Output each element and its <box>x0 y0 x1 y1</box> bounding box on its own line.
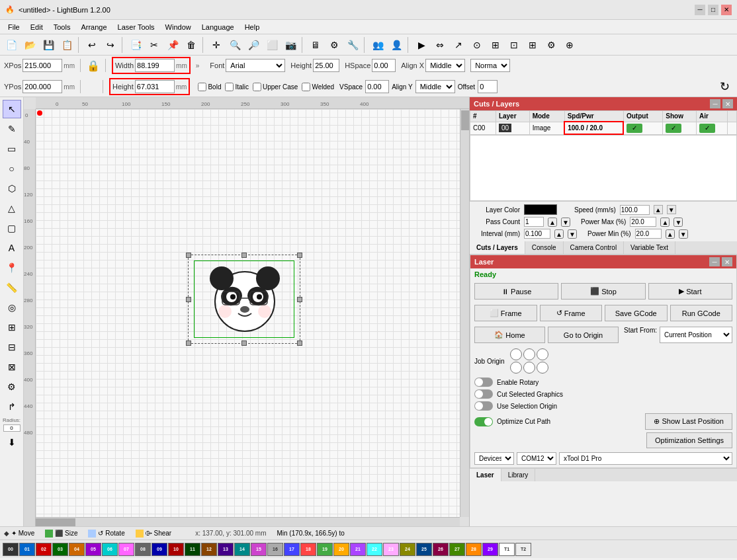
color-chip-01[interactable]: 01 <box>19 543 35 556</box>
select-tool[interactable]: ↖ <box>3 100 21 118</box>
font-select[interactable]: Arial <box>226 59 285 72</box>
power-min-input[interactable] <box>635 229 662 239</box>
tab-cuts-layers[interactable]: Cuts / Layers <box>470 241 525 254</box>
edit-node-tool[interactable]: ✎ <box>3 120 21 138</box>
color-chip-00[interactable]: 00 <box>3 543 19 556</box>
color-chip-T1[interactable]: T1 <box>499 543 515 556</box>
color-chip-25[interactable]: 25 <box>416 543 432 556</box>
bold-checkbox[interactable]: Bold <box>198 83 221 91</box>
optimize-toggle[interactable] <box>474 417 493 426</box>
canvas-area[interactable]: 0 50 100 150 200 250 300 350 400 0 40 80… <box>24 97 469 526</box>
tab-library[interactable]: Library <box>501 469 536 481</box>
pmax-down[interactable]: ▼ <box>673 218 683 227</box>
circle-tool[interactable]: ○ <box>3 159 21 178</box>
color-chip-26[interactable]: 26 <box>433 543 449 556</box>
interval-down[interactable]: ▼ <box>568 229 577 239</box>
color-chip-24[interactable]: 24 <box>400 543 415 556</box>
radius-input[interactable] <box>3 424 21 432</box>
menu-laser-tools[interactable]: Laser Tools <box>112 22 160 32</box>
run-gcode-button[interactable]: Run GCode <box>670 305 733 321</box>
color-chip-05[interactable]: 05 <box>85 543 101 556</box>
go-to-origin-button[interactable]: Go to Origin <box>548 327 619 343</box>
handle-bl[interactable] <box>186 340 191 346</box>
monitor-button[interactable]: 🖥 <box>307 36 324 54</box>
color-chip-15[interactable]: 15 <box>251 543 267 556</box>
menu-file[interactable]: File <box>3 22 25 32</box>
height-input[interactable] <box>135 80 175 93</box>
user-button[interactable]: 👤 <box>388 36 405 54</box>
cut-button[interactable]: ✂ <box>146 36 163 54</box>
align-button[interactable]: ⊞ <box>487 36 504 54</box>
menu-arrange[interactable]: Arrange <box>75 22 112 32</box>
menu-window[interactable]: Window <box>160 22 196 32</box>
hspace-input[interactable] <box>372 59 396 72</box>
vspace-input[interactable] <box>365 80 389 93</box>
extra-button[interactable]: ⊕ <box>561 36 578 54</box>
mirror-button[interactable]: ⇔ <box>431 36 449 54</box>
job-origin-r1c1[interactable] <box>510 348 522 360</box>
start-button[interactable]: ▶ Start <box>648 283 732 300</box>
rounded-rect-tool[interactable]: ▢ <box>3 219 21 237</box>
cuts-minimize-btn[interactable]: ─ <box>710 99 720 108</box>
row-show[interactable]: ✓ <box>663 122 697 134</box>
more-tool[interactable]: ⬇ <box>3 433 21 452</box>
handle-bm[interactable] <box>241 340 247 346</box>
job-origin-r1c3[interactable] <box>537 348 548 360</box>
menu-edit[interactable]: Edit <box>25 22 48 32</box>
color-chip-09[interactable]: 09 <box>152 543 167 556</box>
italic-checkbox[interactable]: Italic <box>225 83 249 91</box>
layer-color-picker[interactable] <box>524 204 557 215</box>
cut-selected-toggle[interactable] <box>474 389 493 399</box>
pmax-up[interactable]: ▲ <box>660 218 670 227</box>
handle-tl[interactable] <box>186 253 191 258</box>
expand-icon[interactable]: » <box>196 62 200 69</box>
show-last-pos-button[interactable]: ⊕ Show Last Position <box>645 413 732 430</box>
color-chip-29[interactable]: 29 <box>482 543 498 556</box>
speed-down-btn[interactable]: ▼ <box>667 205 676 214</box>
pmin-up[interactable]: ▲ <box>666 229 675 239</box>
pass-up[interactable]: ▲ <box>548 218 557 227</box>
enable-rotary-toggle[interactable] <box>474 378 493 387</box>
arrow-tool[interactable]: ↱ <box>3 397 21 416</box>
handle-mr[interactable] <box>297 297 302 302</box>
maximize-button[interactable]: □ <box>708 5 718 15</box>
scrollbar-horizontal[interactable] <box>36 517 460 526</box>
interval-input[interactable] <box>524 229 550 239</box>
color-chip-06[interactable]: 06 <box>102 543 118 556</box>
speed-up-btn[interactable]: ▲ <box>654 205 663 214</box>
handle-br[interactable] <box>297 340 302 346</box>
color-chip-19[interactable]: 19 <box>317 543 333 556</box>
job-origin-r2c1[interactable] <box>510 362 522 374</box>
offset-input[interactable] <box>478 80 498 93</box>
pass-count-input[interactable] <box>524 217 544 227</box>
ring-tool[interactable]: ◎ <box>3 298 21 317</box>
color-chip-17[interactable]: 17 <box>284 543 300 556</box>
menu-tools[interactable]: Tools <box>48 22 76 32</box>
pmin-down[interactable]: ▼ <box>679 229 688 239</box>
zoom-in-button[interactable]: 🔍 <box>226 36 243 54</box>
triangle-tool[interactable]: △ <box>3 199 21 218</box>
open-button[interactable]: 📂 <box>21 36 38 54</box>
xpos-input[interactable] <box>22 59 62 72</box>
width-input[interactable] <box>135 59 175 72</box>
normal-select[interactable]: Normal <box>470 59 510 72</box>
redo-button[interactable]: ↪ <box>102 36 119 54</box>
color-chip-13[interactable]: 13 <box>218 543 234 556</box>
scrollbar-h-thumb[interactable] <box>36 518 75 526</box>
measure-tool[interactable]: 📏 <box>3 278 21 297</box>
scrollbar-v-thumb[interactable] <box>461 110 469 130</box>
zoom-fit-button[interactable]: ⬜ <box>263 36 281 54</box>
save-gcode-button[interactable]: Save GCode <box>605 305 668 321</box>
color-chip-08[interactable]: 08 <box>135 543 151 556</box>
upper-case-checkbox[interactable]: Upper Case <box>253 83 298 91</box>
handle-tr[interactable] <box>297 253 302 258</box>
panda-object[interactable] <box>188 255 300 344</box>
color-chip-T2[interactable]: T2 <box>515 543 531 556</box>
text-tool[interactable]: A <box>3 239 21 257</box>
job-origin-r2c2[interactable] <box>523 362 535 374</box>
tab-console[interactable]: Console <box>525 241 564 254</box>
start-from-select[interactable]: Current Position <box>660 327 732 343</box>
play-button[interactable]: ▶ <box>413 36 430 54</box>
align-y-select[interactable]: Middle <box>415 80 455 93</box>
job-origin-r2c3[interactable] <box>537 362 548 374</box>
